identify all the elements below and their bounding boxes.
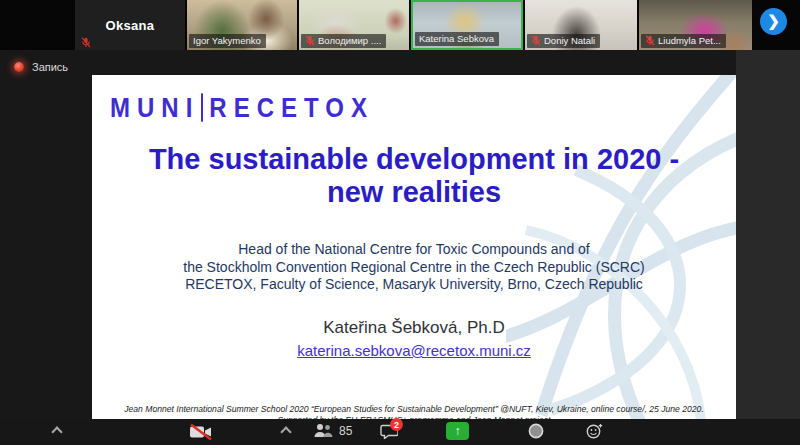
participants-count: 85 (339, 424, 352, 438)
participant-name: Oksana (75, 0, 185, 50)
camera-off-icon (188, 423, 214, 441)
participant-name-label: Liudmyla Pet... (641, 34, 726, 48)
chevron-up-icon (280, 426, 291, 437)
participants-button[interactable]: 85 (312, 423, 352, 438)
participant-name-label: Katerina Sebkova (415, 32, 499, 46)
recording-indicator: Запись (14, 61, 68, 73)
mic-muted-icon (81, 37, 91, 48)
chat-button[interactable]: 2 (380, 423, 398, 443)
mic-muted-icon (531, 35, 541, 46)
slide-title-line2: new realities (92, 176, 736, 209)
share-up-arrow-icon: ↑ (455, 424, 461, 438)
video-filmstrip: Oksana Igor Yakymenko Володимир .... Kat… (0, 0, 800, 50)
meeting-toolbar: 85 2 ↑ (0, 419, 800, 445)
stage-background (736, 50, 800, 420)
video-off-button[interactable] (188, 423, 214, 445)
record-button[interactable] (528, 423, 544, 443)
participant-name-label: Володимир .... (301, 34, 386, 48)
reactions-smiley-icon (586, 423, 604, 439)
next-participants-page-button[interactable]: ❯ (760, 8, 787, 35)
participant-status (77, 37, 91, 48)
participants-icon (312, 423, 334, 438)
chevron-up-icon (51, 426, 62, 437)
presenter-name: Kateřina Šebková, Ph.D (92, 318, 736, 338)
presenter-email-row: katerina.sebkova@recetox.muni.cz (92, 342, 736, 359)
slide-footer-line1: Jean Monnet International Summer School … (92, 404, 736, 414)
logo-muni-text: MUNI (110, 91, 199, 124)
video-tile-doniy[interactable]: Doniy Natali (525, 0, 637, 50)
mic-options-chevron[interactable] (53, 428, 61, 436)
reactions-button[interactable] (586, 423, 604, 443)
shared-presentation-slide: MUNI RECETOX The sustainable development… (92, 75, 736, 419)
participant-name: Igor Yakymenko (193, 35, 261, 46)
mic-muted-icon (305, 35, 315, 46)
meeting-window: Oksana Igor Yakymenko Володимир .... Kat… (0, 0, 800, 445)
chat-unread-badge: 2 (390, 418, 403, 431)
video-tile-igor[interactable]: Igor Yakymenko (187, 0, 297, 50)
participant-name: Володимир .... (318, 35, 381, 46)
muni-recetox-logo: MUNI RECETOX (110, 91, 374, 124)
email-link[interactable]: katerina.sebkova@recetox.muni.cz (297, 342, 531, 359)
video-tile-katerina-active-speaker[interactable]: Katerina Sebkova (411, 0, 523, 50)
mic-muted-icon (645, 35, 655, 46)
video-options-chevron[interactable] (282, 428, 290, 436)
subtitle-line3: RECETOX, Faculty of Science, Masaryk Uni… (92, 276, 736, 294)
share-screen-button[interactable]: ↑ (446, 422, 469, 440)
slide-title-line1: The sustainable development in 2020 - (92, 143, 736, 176)
participant-name: Katerina Sebkova (419, 33, 494, 44)
chevron-right-icon: ❯ (767, 12, 780, 30)
participant-name-label: Igor Yakymenko (189, 34, 266, 48)
subtitle-line2: the Stockholm Convention Regional Centre… (92, 259, 736, 277)
slide-subtitle: Head of the National Centre for Toxic Co… (92, 241, 736, 294)
video-tile-liudmyla[interactable]: Liudmyla Pet... (639, 0, 752, 50)
video-tile-volodymyr[interactable]: Володимир .... (299, 0, 409, 50)
participant-name: Doniy Natali (544, 35, 595, 46)
subtitle-line1: Head of the National Centre for Toxic Co… (92, 241, 736, 259)
logo-recetox-text: RECETOX (209, 91, 374, 124)
logo-divider-bar (201, 93, 203, 121)
recording-label: Запись (32, 61, 68, 73)
video-tile-oksana[interactable]: Oksana (75, 0, 185, 50)
slide-title: The sustainable development in 2020 - ne… (92, 143, 736, 209)
record-circle-icon (528, 423, 544, 439)
participant-name: Liudmyla Pet... (658, 35, 721, 46)
recording-dot-icon (14, 62, 24, 72)
participant-name-label: Doniy Natali (527, 34, 600, 48)
